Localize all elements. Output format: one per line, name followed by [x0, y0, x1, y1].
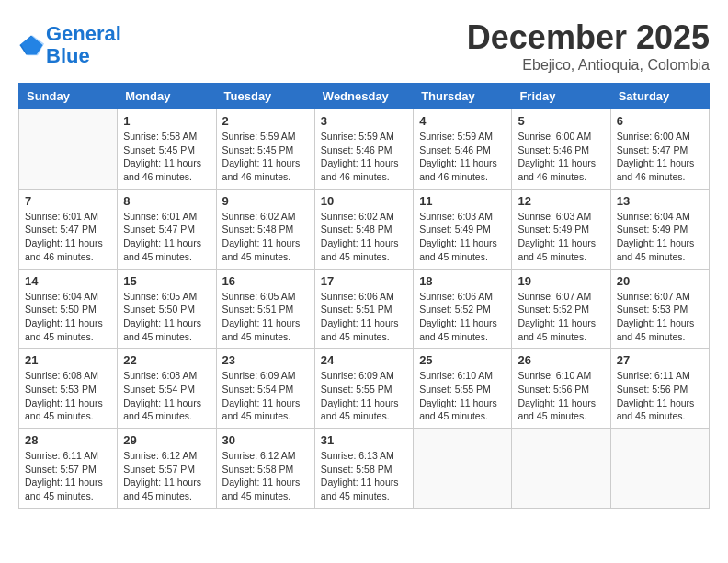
day-info: Sunrise: 6:02 AMSunset: 5:48 PMDaylight:…: [321, 210, 407, 264]
calendar-cell: 2Sunrise: 5:59 AMSunset: 5:45 PMDaylight…: [216, 109, 314, 190]
day-number: 21: [25, 353, 111, 367]
weekday-header-wednesday: Wednesday: [314, 84, 413, 109]
day-number: 23: [222, 353, 309, 367]
day-info: Sunrise: 6:09 AMSunset: 5:55 PMDaylight:…: [321, 369, 407, 423]
calendar-cell: 30Sunrise: 6:12 AMSunset: 5:58 PMDayligh…: [216, 429, 314, 509]
day-number: 14: [25, 274, 111, 288]
month-title: December 2025: [467, 18, 710, 57]
day-info: Sunrise: 6:00 AMSunset: 5:46 PMDaylight:…: [518, 130, 604, 184]
day-info: Sunrise: 6:11 AMSunset: 5:57 PMDaylight:…: [25, 449, 111, 503]
logo-line2: Blue: [46, 44, 90, 67]
location: Ebejico, Antioquia, Colombia: [467, 57, 710, 74]
calendar-cell: 23Sunrise: 6:09 AMSunset: 5:54 PMDayligh…: [216, 349, 314, 429]
calendar-cell: 29Sunrise: 6:12 AMSunset: 5:57 PMDayligh…: [118, 429, 216, 509]
calendar-cell: 6Sunrise: 6:00 AMSunset: 5:47 PMDaylight…: [610, 109, 709, 190]
day-number: 19: [518, 274, 604, 288]
day-info: Sunrise: 6:06 AMSunset: 5:51 PMDaylight:…: [321, 290, 407, 344]
calendar-cell: 9Sunrise: 6:02 AMSunset: 5:48 PMDaylight…: [216, 189, 314, 269]
calendar-cell: 7Sunrise: 6:01 AMSunset: 5:47 PMDaylight…: [19, 189, 118, 269]
calendar-cell: 8Sunrise: 6:01 AMSunset: 5:47 PMDaylight…: [118, 189, 216, 269]
day-info: Sunrise: 6:05 AMSunset: 5:51 PMDaylight:…: [222, 290, 309, 344]
day-info: Sunrise: 6:01 AMSunset: 5:47 PMDaylight:…: [123, 210, 210, 264]
day-number: 13: [617, 194, 703, 208]
day-info: Sunrise: 5:59 AMSunset: 5:46 PMDaylight:…: [419, 130, 506, 184]
day-number: 8: [123, 194, 210, 208]
day-number: 25: [419, 353, 506, 367]
day-number: 4: [419, 114, 506, 128]
day-number: 3: [321, 114, 407, 128]
weekday-header-thursday: Thursday: [414, 84, 512, 109]
calendar-cell: 5Sunrise: 6:00 AMSunset: 5:46 PMDaylight…: [512, 109, 610, 190]
day-number: 30: [222, 433, 309, 447]
calendar-cell: 11Sunrise: 6:03 AMSunset: 5:49 PMDayligh…: [414, 189, 512, 269]
day-info: Sunrise: 6:01 AMSunset: 5:47 PMDaylight:…: [25, 210, 111, 264]
calendar-cell: 1Sunrise: 5:58 AMSunset: 5:45 PMDaylight…: [118, 109, 216, 190]
day-number: 7: [25, 194, 111, 208]
day-info: Sunrise: 6:03 AMSunset: 5:49 PMDaylight:…: [518, 210, 604, 264]
svg-marker-1: [21, 36, 44, 56]
day-number: 28: [25, 433, 111, 447]
weekday-header-monday: Monday: [118, 84, 216, 109]
calendar-cell: 27Sunrise: 6:11 AMSunset: 5:56 PMDayligh…: [610, 349, 709, 429]
day-number: 18: [419, 274, 506, 288]
weekday-header-sunday: Sunday: [19, 84, 118, 109]
day-info: Sunrise: 5:59 AMSunset: 5:46 PMDaylight:…: [321, 130, 407, 184]
logo-icon: [18, 32, 44, 58]
day-number: 12: [518, 194, 604, 208]
day-number: 5: [518, 114, 604, 128]
day-number: 11: [419, 194, 506, 208]
day-info: Sunrise: 6:11 AMSunset: 5:56 PMDaylight:…: [617, 369, 703, 423]
day-info: Sunrise: 6:09 AMSunset: 5:54 PMDaylight:…: [222, 369, 309, 423]
calendar-cell: 21Sunrise: 6:08 AMSunset: 5:53 PMDayligh…: [19, 349, 118, 429]
day-info: Sunrise: 6:06 AMSunset: 5:52 PMDaylight:…: [419, 290, 506, 344]
day-number: 17: [321, 274, 407, 288]
calendar-cell: 26Sunrise: 6:10 AMSunset: 5:56 PMDayligh…: [512, 349, 610, 429]
logo: General Blue: [18, 23, 121, 67]
weekday-header-friday: Friday: [512, 84, 610, 109]
day-number: 31: [321, 433, 407, 447]
day-info: Sunrise: 6:08 AMSunset: 5:53 PMDaylight:…: [25, 369, 111, 423]
day-info: Sunrise: 6:03 AMSunset: 5:49 PMDaylight:…: [419, 210, 506, 264]
day-number: 16: [222, 274, 309, 288]
calendar-cell: 28Sunrise: 6:11 AMSunset: 5:57 PMDayligh…: [19, 429, 118, 509]
weekday-header-saturday: Saturday: [610, 84, 709, 109]
calendar-cell: 24Sunrise: 6:09 AMSunset: 5:55 PMDayligh…: [314, 349, 413, 429]
day-number: 1: [123, 114, 210, 128]
calendar-cell: 18Sunrise: 6:06 AMSunset: 5:52 PMDayligh…: [414, 269, 512, 349]
logo-line1: General: [46, 22, 121, 45]
title-block: December 2025 Ebejico, Antioquia, Colomb…: [467, 18, 710, 74]
day-number: 22: [123, 353, 210, 367]
day-info: Sunrise: 6:12 AMSunset: 5:58 PMDaylight:…: [222, 449, 309, 503]
day-number: 15: [123, 274, 210, 288]
day-info: Sunrise: 6:00 AMSunset: 5:47 PMDaylight:…: [617, 130, 703, 184]
day-info: Sunrise: 5:58 AMSunset: 5:45 PMDaylight:…: [123, 130, 210, 184]
calendar-cell: [19, 109, 118, 190]
calendar-table: SundayMondayTuesdayWednesdayThursdayFrid…: [18, 83, 710, 509]
calendar-cell: 12Sunrise: 6:03 AMSunset: 5:49 PMDayligh…: [512, 189, 610, 269]
calendar-cell: 25Sunrise: 6:10 AMSunset: 5:55 PMDayligh…: [414, 349, 512, 429]
page-header: General Blue December 2025 Ebejico, Anti…: [18, 18, 710, 74]
calendar-cell: 20Sunrise: 6:07 AMSunset: 5:53 PMDayligh…: [610, 269, 709, 349]
calendar-cell: [512, 429, 610, 509]
calendar-cell: 4Sunrise: 5:59 AMSunset: 5:46 PMDaylight…: [414, 109, 512, 190]
day-info: Sunrise: 6:10 AMSunset: 5:56 PMDaylight:…: [518, 369, 604, 423]
calendar-cell: 22Sunrise: 6:08 AMSunset: 5:54 PMDayligh…: [118, 349, 216, 429]
day-number: 24: [321, 353, 407, 367]
calendar-cell: 31Sunrise: 6:13 AMSunset: 5:58 PMDayligh…: [314, 429, 413, 509]
day-info: Sunrise: 6:07 AMSunset: 5:53 PMDaylight:…: [617, 290, 703, 344]
day-number: 10: [321, 194, 407, 208]
day-number: 29: [123, 433, 210, 447]
calendar-cell: 10Sunrise: 6:02 AMSunset: 5:48 PMDayligh…: [314, 189, 413, 269]
day-info: Sunrise: 6:08 AMSunset: 5:54 PMDaylight:…: [123, 369, 210, 423]
day-number: 9: [222, 194, 309, 208]
calendar-cell: 14Sunrise: 6:04 AMSunset: 5:50 PMDayligh…: [19, 269, 118, 349]
day-number: 20: [617, 274, 703, 288]
calendar-cell: 19Sunrise: 6:07 AMSunset: 5:52 PMDayligh…: [512, 269, 610, 349]
calendar-cell: 3Sunrise: 5:59 AMSunset: 5:46 PMDaylight…: [314, 109, 413, 190]
calendar-cell: 15Sunrise: 6:05 AMSunset: 5:50 PMDayligh…: [118, 269, 216, 349]
calendar-cell: 16Sunrise: 6:05 AMSunset: 5:51 PMDayligh…: [216, 269, 314, 349]
day-info: Sunrise: 6:12 AMSunset: 5:57 PMDaylight:…: [123, 449, 210, 503]
day-info: Sunrise: 6:07 AMSunset: 5:52 PMDaylight:…: [518, 290, 604, 344]
day-info: Sunrise: 6:04 AMSunset: 5:49 PMDaylight:…: [617, 210, 703, 264]
calendar-cell: [610, 429, 709, 509]
